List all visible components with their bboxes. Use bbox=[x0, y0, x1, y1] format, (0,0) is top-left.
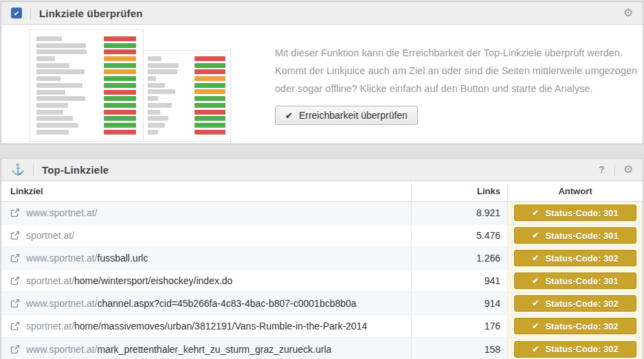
illustration-card-1 bbox=[29, 30, 144, 142]
link-target[interactable]: www.sportnet.at/channel.aspx?cid=45b266f… bbox=[10, 298, 357, 309]
column-header-links[interactable]: Links bbox=[412, 181, 508, 201]
check-reachability-button-label: Erreichbarkeit überprüfen bbox=[299, 110, 408, 121]
status-code-button[interactable]: ✔Status-Code: 301 bbox=[514, 227, 636, 244]
status-code-button[interactable]: ✔Status-Code: 302 bbox=[514, 295, 636, 312]
check-icon: ✔ bbox=[532, 253, 539, 263]
panel-check-header: ✔ Linkziele überprüfen ⚙ bbox=[1, 2, 643, 25]
feature-description: Mit dieser Funktion kann die Erreichbark… bbox=[275, 44, 644, 97]
check-icon: ✔ bbox=[532, 208, 539, 218]
link-target[interactable]: sportnet.at/home/massivemoves/urban/3812… bbox=[10, 321, 367, 332]
table-body: www.sportnet.at/ 8.921 ✔Status-Code: 301… bbox=[1, 202, 643, 359]
links-count: 941 bbox=[412, 270, 508, 292]
status-code-label: Status-Code: 302 bbox=[545, 344, 618, 354]
check-icon: ✔ bbox=[532, 276, 539, 286]
check-icon: ✔ bbox=[532, 345, 539, 354]
external-link-icon bbox=[10, 208, 20, 218]
help-icon[interactable]: ? bbox=[597, 164, 606, 175]
status-code-label: Status-Code: 302 bbox=[545, 253, 618, 264]
url-path: home/massivemoves/urban/3812191/Vans-Rum… bbox=[74, 321, 367, 332]
column-header-linkziel[interactable]: Linkziel bbox=[1, 181, 412, 201]
link-target[interactable]: sportnet.at/ bbox=[10, 230, 74, 241]
check-icon: ✔ bbox=[285, 111, 293, 121]
url-domain: sportnet.at/ bbox=[26, 275, 74, 286]
panel-table-header: ⚓ Top-Linkziele ? ⚙ bbox=[1, 159, 643, 181]
status-code-label: Status-Code: 301 bbox=[545, 276, 618, 286]
url-path: fussball.urlc bbox=[98, 253, 148, 264]
status-code-button[interactable]: ✔Status-Code: 302 bbox=[514, 250, 636, 266]
table-row: sportnet.at/home/massivemoves/urban/3812… bbox=[1, 315, 643, 338]
panel-check-body: Mit dieser Funktion kann die Erreichbark… bbox=[1, 25, 643, 143]
link-target[interactable]: www.sportnet.at/mark_prettenthaler_kehrt… bbox=[10, 344, 331, 355]
url-domain: sportnet.at/ bbox=[26, 321, 74, 332]
table-row: sportnet.at/ 5.476 ✔Status-Code: 301 bbox=[1, 224, 643, 247]
url-domain: sportnet.at/ bbox=[26, 230, 74, 241]
gear-icon[interactable]: ⚙ bbox=[623, 164, 633, 175]
check-icon: ✔ bbox=[532, 231, 539, 240]
description-column: Mit dieser Funktion kann die Erreichbark… bbox=[275, 25, 644, 143]
links-count: 914 bbox=[412, 292, 508, 314]
header-divider bbox=[614, 164, 615, 176]
table-row: www.sportnet.at/mark_prettenthaler_kehrt… bbox=[1, 338, 643, 359]
column-header-antwort[interactable]: Antwort bbox=[508, 181, 643, 201]
links-count: 5.476 bbox=[412, 224, 508, 246]
links-count: 8.921 bbox=[412, 202, 508, 224]
check-reachability-button[interactable]: ✔ Erreichbarkeit überprüfen bbox=[275, 106, 418, 125]
link-target[interactable]: sportnet.at/home/wintersport/eishockey/i… bbox=[10, 275, 232, 286]
panel-gap bbox=[0, 144, 644, 158]
header-divider bbox=[33, 164, 34, 176]
anchor-icon: ⚓ bbox=[11, 164, 25, 175]
link-check-illustration bbox=[29, 30, 235, 143]
panel-check-title: Linkziele überprüfen bbox=[39, 8, 143, 19]
feature-enabled-checkbox[interactable]: ✔ bbox=[11, 8, 22, 19]
check-icon: ✔ bbox=[532, 299, 539, 308]
panel-linkziele-ueberpruefen: ✔ Linkziele überprüfen ⚙ Mit dieser Funk… bbox=[1, 1, 643, 144]
illustration-card-2 bbox=[142, 50, 231, 142]
link-target[interactable]: www.sportnet.at/ bbox=[10, 207, 98, 218]
external-link-icon bbox=[10, 345, 20, 354]
panel-table-title: Top-Linkziele bbox=[42, 164, 109, 176]
url-domain: www.sportnet.at/ bbox=[26, 344, 98, 355]
gear-icon[interactable]: ⚙ bbox=[623, 8, 633, 19]
links-count: 1.266 bbox=[412, 247, 508, 269]
status-code-button[interactable]: ✔Status-Code: 302 bbox=[514, 341, 636, 358]
status-code-label: Status-Code: 301 bbox=[545, 231, 618, 241]
external-link-icon bbox=[10, 253, 20, 263]
panel-top-linkziele: ⚓ Top-Linkziele ? ⚙ Linkziel Links Antwo… bbox=[1, 158, 643, 359]
url-domain: www.sportnet.at/ bbox=[26, 207, 98, 218]
url-path: mark_prettenthaler_kehrt_zu_sturm_graz_z… bbox=[98, 344, 332, 355]
table-row: www.sportnet.at/ 8.921 ✔Status-Code: 301 bbox=[1, 202, 643, 224]
external-link-icon bbox=[10, 276, 20, 286]
table-row: www.sportnet.at/channel.aspx?cid=45b266f… bbox=[1, 292, 643, 315]
check-icon: ✔ bbox=[532, 321, 539, 331]
links-count: 158 bbox=[412, 338, 508, 359]
status-code-button[interactable]: ✔Status-Code: 301 bbox=[514, 273, 636, 289]
external-link-icon bbox=[10, 231, 20, 240]
links-count: 176 bbox=[412, 315, 508, 337]
url-path: home/wintersport/eishockey/index.do bbox=[74, 275, 232, 286]
external-link-icon bbox=[10, 321, 20, 331]
status-code-button[interactable]: ✔Status-Code: 301 bbox=[514, 205, 636, 221]
url-domain: www.sportnet.at/ bbox=[26, 253, 98, 264]
status-code-label: Status-Code: 302 bbox=[545, 321, 618, 332]
status-code-label: Status-Code: 301 bbox=[545, 208, 618, 218]
url-domain: www.sportnet.at/ bbox=[26, 298, 98, 309]
table-row: sportnet.at/home/wintersport/eishockey/i… bbox=[1, 270, 643, 292]
url-path: channel.aspx?cid=45b266fa-4c83-4bac-b807… bbox=[98, 298, 357, 309]
header-divider bbox=[30, 8, 31, 19]
table-header-row: Linkziel Links Antwort bbox=[1, 181, 643, 202]
table-row: www.sportnet.at/fussball.urlc 1.266 ✔Sta… bbox=[1, 247, 643, 270]
external-link-icon bbox=[10, 299, 20, 308]
check-icon: ✔ bbox=[14, 10, 19, 17]
status-code-label: Status-Code: 302 bbox=[545, 299, 618, 309]
link-target[interactable]: www.sportnet.at/fussball.urlc bbox=[10, 253, 148, 264]
status-code-button[interactable]: ✔Status-Code: 302 bbox=[514, 318, 636, 334]
